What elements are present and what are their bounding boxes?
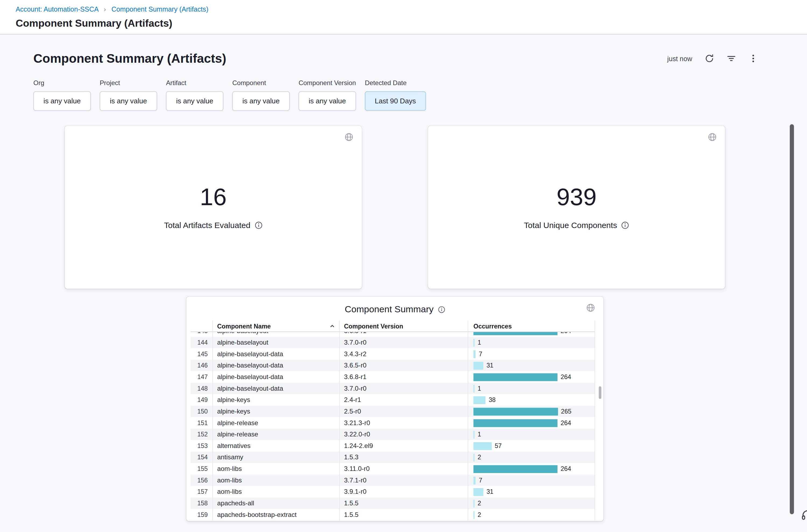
table-row[interactable]: 150 alpine-keys 2.5-r0 265 xyxy=(191,406,595,417)
total-artifacts-card: 16 Total Artifacts Evaluated xyxy=(64,126,362,289)
table-row[interactable]: 157 aom-libs 3.9.1-r0 31 xyxy=(191,486,595,497)
row-occurrences-cell: 38 xyxy=(468,394,595,406)
row-occurrences-cell: 1 xyxy=(468,429,595,440)
row-index: 145 xyxy=(191,348,213,360)
info-icon[interactable] xyxy=(621,221,629,229)
filter-group-component: Component is any value xyxy=(232,79,290,111)
refresh-icon[interactable] xyxy=(705,54,714,63)
occurrence-value: 7 xyxy=(479,477,482,484)
table-header-row: Component Name Component Version Occurre… xyxy=(191,321,595,332)
info-icon[interactable] xyxy=(438,306,445,313)
filter-label: Project xyxy=(100,79,157,87)
component-filter-button[interactable]: is any value xyxy=(232,91,290,111)
table-body: 143 alpine-baselayout 3.6.8-r1 264 144 a… xyxy=(191,332,595,521)
row-occurrences-cell: 264 xyxy=(468,417,595,429)
globe-icon[interactable] xyxy=(345,133,353,141)
row-index: 143 xyxy=(191,332,213,337)
filter-group-artifact: Artifact is any value xyxy=(166,79,224,111)
project-filter-button[interactable]: is any value xyxy=(100,91,157,111)
table-row[interactable]: 152 alpine-release 3.22.0-r0 1 xyxy=(191,429,595,440)
filter-group-component-version: Component Version is any value xyxy=(299,79,356,111)
last-refresh-time: just now xyxy=(667,55,692,62)
occurrence-bar xyxy=(474,442,492,450)
row-component-name: alpine-keys xyxy=(213,394,340,406)
row-number-column-header xyxy=(191,321,213,332)
column-label: Component Name xyxy=(217,322,271,329)
total-artifacts-value: 16 xyxy=(200,185,227,209)
dashboard-actions: just now xyxy=(667,54,758,63)
top-header: Account: Automation-SSCA › Component Sum… xyxy=(0,0,807,35)
component-version-column-header[interactable]: Component Version xyxy=(340,321,468,332)
breadcrumb-current-link[interactable]: Component Summary (Artifacts) xyxy=(112,5,208,13)
table-row[interactable]: 146 alpine-baselayout-data 3.6.5-r0 31 xyxy=(191,360,595,371)
row-component-version: 1.24-2.el9 xyxy=(340,440,468,452)
row-index: 156 xyxy=(191,475,213,486)
row-component-version: 1.5.5 xyxy=(340,497,468,509)
detected-date-filter-button[interactable]: Last 90 Days xyxy=(365,91,426,111)
dashboard-content: Component Summary (Artifacts) just now xyxy=(0,35,807,532)
table-row[interactable]: 149 alpine-keys 2.4-r1 38 xyxy=(191,394,595,406)
filter-group-detected-date: Detected Date Last 90 Days xyxy=(365,79,426,111)
row-component-name: alpine-baselayout-data xyxy=(213,371,340,383)
sort-ascending-icon xyxy=(329,323,335,329)
row-component-name: alpine-keys xyxy=(213,406,340,417)
total-artifacts-label: Total Artifacts Evaluated xyxy=(164,221,250,230)
occurrence-value: 2 xyxy=(478,500,481,507)
breadcrumb-account-link[interactable]: Account: Automation-SSCA xyxy=(16,5,98,13)
row-index: 152 xyxy=(191,429,213,440)
page-title: Component Summary (Artifacts) xyxy=(16,17,807,29)
row-occurrences-cell: 31 xyxy=(468,360,595,371)
occurrence-bar xyxy=(474,477,476,484)
row-component-name: aom-libs xyxy=(213,463,340,475)
more-options-icon[interactable] xyxy=(749,54,758,63)
row-component-version: 2.4-r1 xyxy=(340,394,468,406)
occurrences-column-header[interactable]: Occurrences xyxy=(468,321,595,332)
table-row[interactable]: 158 apacheds-all 1.5.5 2 xyxy=(191,497,595,509)
page-scrollbar-thumb[interactable] xyxy=(790,125,794,514)
table-scrollbar-thumb[interactable] xyxy=(599,386,601,399)
row-occurrences-cell: 1 xyxy=(468,383,595,394)
row-index: 158 xyxy=(191,497,213,509)
row-component-version: 1.5.3 xyxy=(340,452,468,463)
app-root: Account: Automation-SSCA › Component Sum… xyxy=(0,0,807,532)
info-icon[interactable] xyxy=(255,221,263,229)
row-component-version: 3.9.1-r0 xyxy=(340,486,468,497)
row-occurrences-cell: 57 xyxy=(468,440,595,452)
row-index: 151 xyxy=(191,417,213,429)
total-components-label: Total Unique Components xyxy=(524,221,617,230)
filter-label: Artifact xyxy=(166,79,224,87)
table-row[interactable]: 145 alpine-baselayout-data 3.4.3-r2 7 xyxy=(191,348,595,360)
row-component-name: apacheds-bootstrap-extract xyxy=(213,509,340,521)
table-row[interactable]: 154 antisamy 1.5.3 2 xyxy=(191,452,595,463)
row-occurrences-cell: 264 xyxy=(468,371,595,383)
component-version-filter-button[interactable]: is any value xyxy=(299,91,356,111)
globe-icon[interactable] xyxy=(708,133,717,141)
table-row[interactable]: 159 apacheds-bootstrap-extract 1.5.5 2 xyxy=(191,509,595,521)
table-row[interactable]: 144 alpine-baselayout 3.7.0-r0 1 xyxy=(191,337,595,348)
component-name-column-header[interactable]: Component Name xyxy=(213,321,340,332)
occurrence-value: 1 xyxy=(478,339,481,346)
org-filter-button[interactable]: is any value xyxy=(33,91,91,111)
filter-group-org: Org is any value xyxy=(33,79,91,111)
occurrence-value: 264 xyxy=(561,332,571,335)
occurrence-value: 1 xyxy=(478,385,481,392)
occurrence-bar xyxy=(474,362,483,369)
table-row[interactable]: 153 alternatives 1.24-2.el9 57 xyxy=(191,440,595,452)
breadcrumb-separator-icon: › xyxy=(104,6,106,13)
table-row[interactable]: 156 aom-libs 3.7.1-r0 7 xyxy=(191,475,595,486)
row-component-name: alpine-baselayout xyxy=(213,337,340,348)
table-row[interactable]: 148 alpine-baselayout-data 3.7.0-r0 1 xyxy=(191,383,595,394)
artifact-filter-button[interactable]: is any value xyxy=(166,91,224,111)
occurrence-bar xyxy=(474,511,475,519)
row-index: 146 xyxy=(191,360,213,371)
support-headset-icon[interactable] xyxy=(801,509,807,522)
stat-cards-row: 16 Total Artifacts Evaluated 939 Total U xyxy=(64,126,807,289)
table-row[interactable]: 155 aom-libs 3.11.0-r0 264 xyxy=(191,463,595,475)
row-component-name: apacheds-all xyxy=(213,497,340,509)
filter-icon[interactable] xyxy=(727,54,736,63)
table-row[interactable]: 143 alpine-baselayout 3.6.8-r1 264 xyxy=(191,332,595,337)
globe-icon[interactable] xyxy=(586,303,595,312)
table-row[interactable]: 147 alpine-baselayout-data 3.6.8-r1 264 xyxy=(191,371,595,383)
row-component-version: 3.6.8-r1 xyxy=(340,371,468,383)
table-row[interactable]: 151 alpine-release 3.21.3-r0 264 xyxy=(191,417,595,429)
